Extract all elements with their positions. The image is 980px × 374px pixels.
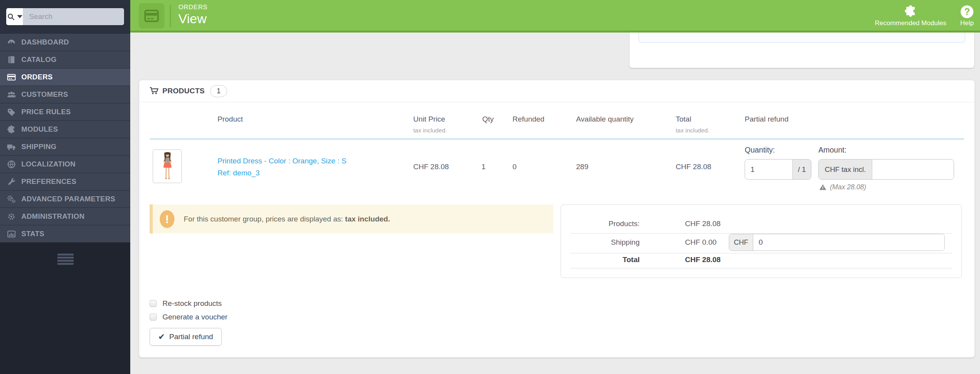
- table-header-underline: [150, 139, 964, 139]
- refund-quantity-max-addon: / 1: [792, 160, 811, 179]
- col-subheader-total-tax: tax included.: [676, 127, 709, 134]
- orders-icon: [6, 72, 17, 82]
- recommended-modules-label: Recommended Modules: [875, 19, 946, 27]
- preferences-icon: [6, 176, 17, 187]
- shipping-input[interactable]: [753, 234, 944, 250]
- sidebar-item-label: ADMINISTRATION: [21, 212, 85, 221]
- sidebar-item-dashboard[interactable]: DASHBOARD: [0, 33, 130, 51]
- products-count-badge: 1: [210, 85, 227, 97]
- sidebar-item-shipping[interactable]: SHIPPING: [0, 138, 130, 155]
- search-icon: [7, 13, 15, 21]
- sidebar-item-advanced-parameters[interactable]: ADVANCED PARAMETERS: [0, 190, 130, 208]
- help-icon: ?: [961, 5, 973, 18]
- products-panel-header: PRODUCTS 1: [139, 80, 975, 102]
- sidebar-item-preferences[interactable]: PREFERENCES: [0, 173, 130, 190]
- search-input[interactable]: [23, 8, 124, 25]
- advanced-parameters-icon: [6, 194, 17, 204]
- sidebar-item-label: PREFERENCES: [21, 177, 76, 186]
- product-link[interactable]: Printed Dress - Color : Orange, Size : S…: [217, 155, 347, 179]
- sidebar-item-price-rules[interactable]: PRICE RULES: [0, 103, 130, 120]
- restock-products-checkbox[interactable]: [150, 300, 157, 307]
- sidebar-item-label: LOCALIZATION: [21, 160, 76, 168]
- breadcrumb: ORDERS: [178, 3, 207, 11]
- cell-total: CHF 28.08: [676, 163, 711, 171]
- sidebar-item-label: ORDERS: [21, 73, 53, 81]
- sidebar-collapse-icon[interactable]: [57, 254, 74, 265]
- sidebar-item-label: DASHBOARD: [21, 38, 69, 46]
- restock-products-option[interactable]: Re-stock products: [150, 299, 222, 309]
- recommended-modules-button[interactable]: Recommended Modules: [875, 4, 946, 27]
- stats-icon: [6, 228, 17, 239]
- cell-unit-price: CHF 28.08: [413, 163, 449, 171]
- generate-voucher-checkbox[interactable]: [150, 314, 157, 321]
- sidebar-item-label: STATS: [21, 230, 44, 238]
- sidebar-item-localization[interactable]: LOCALIZATION: [0, 155, 130, 173]
- help-button[interactable]: ? Help: [960, 4, 974, 27]
- check-icon: ✔: [158, 332, 165, 341]
- refund-quantity-input[interactable]: [745, 160, 792, 179]
- refund-max-text: (Max 28.08): [830, 183, 866, 191]
- totals-divider: [570, 253, 952, 254]
- chevron-down-icon: [17, 15, 22, 18]
- localization-icon: [6, 159, 17, 170]
- cart-icon: [149, 86, 159, 96]
- refund-quantity-group: / 1: [745, 159, 811, 180]
- col-header-product: Product: [217, 115, 243, 124]
- quantity-label: Quantity:: [745, 146, 775, 154]
- sidebar-item-label: SHIPPING: [21, 142, 57, 151]
- page-title: View: [178, 11, 207, 26]
- totals-shipping-label: Shipping: [561, 238, 640, 247]
- previous-panel-bottom: [629, 33, 975, 68]
- tax-notice-text: For this customer group, prices are disp…: [184, 215, 390, 223]
- shipping-icon: [6, 141, 17, 152]
- shipping-input-group: CHF: [729, 234, 945, 251]
- cell-qty: 1: [481, 163, 486, 171]
- sidebar-item-administration[interactable]: ADMINISTRATION: [0, 208, 130, 225]
- page-header: ORDERS View Recommended Modules ? Help: [130, 0, 980, 33]
- sidebar-item-label: ADVANCED PARAMETERS: [21, 195, 115, 203]
- generate-voucher-option[interactable]: Generate a voucher: [150, 312, 228, 322]
- restock-products-label: Re-stock products: [162, 299, 222, 308]
- sidebar-item-label: PRICE RULES: [21, 108, 71, 116]
- refund-amount-group: CHF tax incl.: [818, 159, 954, 180]
- totals-total-label: Total: [561, 256, 640, 264]
- previous-panel-inner-box: [638, 33, 965, 43]
- refund-amount-currency-addon: CHF tax incl.: [819, 160, 872, 179]
- search-scope-button[interactable]: [6, 8, 23, 25]
- shipping-currency-addon: CHF: [729, 234, 753, 250]
- partial-refund-button[interactable]: ✔ Partial refund: [150, 328, 222, 346]
- refund-amount-input[interactable]: [872, 160, 954, 179]
- warning-triangle-icon: [819, 184, 826, 191]
- product-thumbnail: [153, 149, 182, 183]
- totals-divider: [570, 268, 952, 269]
- exclamation-icon: !: [160, 210, 174, 228]
- sidebar-item-catalog[interactable]: CATALOG: [0, 51, 130, 68]
- sidebar-item-modules[interactable]: MODULES: [0, 120, 130, 138]
- sidebar-item-stats[interactable]: STATS: [0, 225, 130, 242]
- product-image-printed-dress: [159, 152, 176, 181]
- col-header-refunded: Refunded: [512, 115, 544, 124]
- tax-notice: ! For this customer group, prices are di…: [150, 204, 553, 233]
- price-rules-icon: [6, 106, 17, 117]
- orders-header-icon: [139, 3, 164, 29]
- refund-max-note: (Max 28.08): [819, 183, 866, 191]
- products-panel: PRODUCTS 1 Product Unit Price tax includ…: [139, 80, 975, 358]
- totals-products-value: CHF 28.08: [685, 220, 721, 228]
- sidebar-item-label: MODULES: [21, 125, 58, 134]
- sidebar-item-customers[interactable]: CUSTOMERS: [0, 86, 130, 103]
- customers-icon: [6, 89, 17, 100]
- sidebar-nav: DASHBOARD CATALOG ORDERS CUSTOMERS PRICE…: [0, 33, 130, 242]
- products-panel-title: PRODUCTS: [162, 87, 205, 95]
- col-header-partial-refund: Partial refund: [745, 115, 788, 124]
- sidebar-item-orders[interactable]: ORDERS: [0, 68, 130, 86]
- dashboard-icon: [6, 37, 17, 48]
- sidebar: DASHBOARD CATALOG ORDERS CUSTOMERS PRICE…: [0, 0, 130, 374]
- cell-refunded: 0: [512, 163, 517, 171]
- sidebar-search-zone: [0, 0, 130, 33]
- modules-icon: [6, 124, 17, 135]
- generate-voucher-label: Generate a voucher: [162, 313, 228, 321]
- header-divider: [170, 5, 171, 27]
- sidebar-item-label: CUSTOMERS: [21, 90, 68, 99]
- col-header-unit-price: Unit Price: [413, 115, 445, 124]
- totals-products-label: Products:: [561, 220, 640, 228]
